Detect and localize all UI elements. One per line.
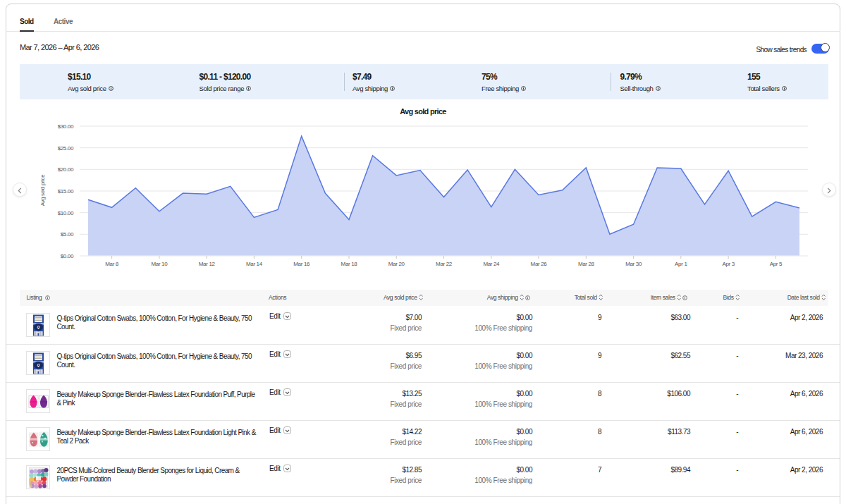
svg-text:Apr 1: Apr 1: [675, 261, 687, 267]
svg-text:$20.00: $20.00: [58, 166, 74, 173]
svg-text:Q: Q: [37, 363, 40, 367]
svg-text:Mar 22: Mar 22: [436, 261, 453, 267]
svg-text:$10.00: $10.00: [58, 210, 74, 216]
svg-text:Mar 10: Mar 10: [151, 261, 168, 267]
svg-text:Mar 8: Mar 8: [105, 261, 119, 267]
svg-text:Mar 28: Mar 28: [578, 261, 595, 267]
svg-text:Mar 24: Mar 24: [483, 261, 500, 267]
svg-text:Mar 20: Mar 20: [388, 261, 405, 267]
svg-text:Mar 14: Mar 14: [246, 261, 263, 267]
svg-text:$5.00: $5.00: [61, 231, 74, 238]
svg-text:Mar 12: Mar 12: [199, 261, 216, 267]
svg-text:$0.00: $0.00: [61, 253, 74, 259]
svg-text:$15.00: $15.00: [58, 188, 74, 195]
svg-text:Mar 26: Mar 26: [531, 261, 548, 267]
svg-text:Mar 18: Mar 18: [341, 261, 358, 267]
svg-text:$30.00: $30.00: [58, 123, 74, 130]
svg-text:Mar 16: Mar 16: [293, 261, 310, 267]
svg-text:Mar 30: Mar 30: [625, 261, 642, 267]
svg-text:Q: Q: [37, 325, 40, 329]
svg-text:Apr 5: Apr 5: [770, 261, 783, 267]
svg-text:$25.00: $25.00: [58, 145, 74, 152]
svg-text:Apr 3: Apr 3: [722, 261, 735, 267]
